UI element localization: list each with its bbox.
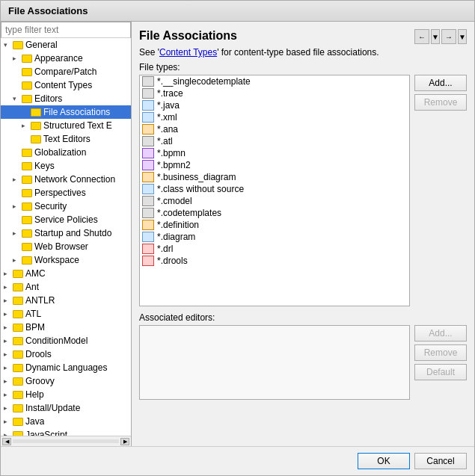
tree-item-security[interactable]: ▸Security (1, 200, 131, 213)
tree-item-general[interactable]: ▾General (1, 38, 131, 52)
tree-item-content-types[interactable]: Content Types (1, 78, 131, 92)
file-side-buttons: Add... Remove (414, 75, 467, 306)
add-editor-button[interactable]: Add... (414, 325, 467, 341)
file-list-item[interactable]: *.trace (140, 87, 409, 99)
file-item-icon (142, 220, 154, 230)
tree-label-javascript: JavaScript (25, 430, 67, 436)
horizontal-scrollbar[interactable]: ◀ ▶ (1, 436, 131, 446)
tree-item-appearance[interactable]: ▸Appearance (1, 52, 131, 65)
file-list-item[interactable]: *.java (140, 99, 409, 111)
file-list-item[interactable]: *.business_diagram (140, 171, 409, 183)
scroll-left-btn[interactable]: ◀ (2, 438, 11, 445)
tree-label-atl: ATL (25, 309, 41, 319)
file-types-list[interactable]: *.__singlecodetemplate*.trace*.java*.xml… (139, 75, 410, 306)
file-item-icon (142, 244, 154, 254)
tree-label-amc: AMC (25, 268, 46, 279)
tree-item-globalization[interactable]: Globalization (1, 146, 131, 159)
tree-item-ant[interactable]: ▸Ant (1, 280, 131, 294)
file-list-item[interactable]: *.drools (140, 255, 409, 267)
expand-arrow-install-update: ▸ (4, 404, 13, 412)
back-button[interactable]: ← (414, 29, 429, 44)
file-list-item[interactable]: *.bpmn (140, 147, 409, 159)
tree-item-editors[interactable]: ▾Editors (1, 92, 131, 105)
file-list-item[interactable]: *.ana (140, 123, 409, 135)
file-item-label: *.atl (157, 136, 173, 146)
ok-button[interactable]: OK (358, 453, 410, 469)
scroll-track (13, 439, 119, 443)
tree-item-antlr[interactable]: ▸ANTLR (1, 294, 131, 307)
tree-label-web-browser: Web Browser (34, 241, 88, 252)
tree-item-keys[interactable]: Keys (1, 159, 131, 173)
assoc-editors-label: Associated editors: (139, 312, 467, 323)
add-file-button[interactable]: Add... (414, 75, 467, 91)
file-list-item[interactable]: *.diagram (140, 231, 409, 243)
expand-arrow-amc: ▸ (4, 270, 13, 277)
preferences-dialog: File Associations ▾General▸AppearanceCom… (0, 0, 475, 476)
tree-item-startup-shutdown[interactable]: ▸Startup and Shutdo (1, 226, 131, 240)
tree-item-condition-model[interactable]: ▸ConditionModel (1, 334, 131, 347)
file-item-label: *.java (157, 100, 180, 111)
file-list-item[interactable]: *.atl (140, 135, 409, 147)
tree-item-structured-text[interactable]: ▸Structured Text E (1, 119, 131, 132)
expand-arrow-antlr: ▸ (4, 297, 13, 304)
default-button[interactable]: Default (414, 364, 467, 380)
tree-item-java[interactable]: ▸Java (1, 415, 131, 428)
file-item-label: *.bpmn (157, 148, 186, 158)
file-types-label: File types: (139, 62, 467, 72)
dialog-title: File Associations (1, 1, 474, 22)
tree-item-workspace[interactable]: ▸Workspace (1, 253, 131, 267)
tree-item-groovy[interactable]: ▸Groovy (1, 374, 131, 388)
forward-dropdown-button[interactable]: ▼ (458, 29, 467, 44)
file-list-item[interactable]: *.codetemplates (140, 207, 409, 219)
remove-file-button[interactable]: Remove (414, 94, 467, 111)
filter-input[interactable] (1, 22, 131, 38)
tree-icon-amc (13, 270, 23, 278)
left-panel: ▾General▸AppearanceCompare/PatchContent … (1, 22, 132, 446)
tree-item-file-associations[interactable]: File Associations (1, 105, 131, 119)
tree-item-web-browser[interactable]: Web Browser (1, 240, 131, 253)
nav-buttons: ← ▼ → ▼ (414, 29, 467, 44)
tree-item-help[interactable]: ▸Help (1, 388, 131, 401)
tree-icon-globalization (22, 149, 32, 157)
file-item-icon (142, 256, 154, 266)
file-list-item[interactable]: *.cmodel (140, 195, 409, 207)
editors-list[interactable] (139, 325, 410, 400)
remove-editor-button[interactable]: Remove (414, 344, 467, 361)
tree-item-atl[interactable]: ▸ATL (1, 307, 131, 321)
cancel-button[interactable]: Cancel (414, 453, 467, 469)
assoc-editors-section: Associated editors: Add... Remove Defaul… (139, 312, 467, 400)
tree-item-service-policies[interactable]: Service Policies (1, 213, 131, 226)
tree-item-install-update[interactable]: ▸Install/Update (1, 401, 131, 415)
file-item-label: *.cmodel (157, 196, 192, 206)
file-item-icon (142, 196, 154, 206)
tree-item-text-editors[interactable]: Text Editors (1, 132, 131, 146)
tree-item-network-connections[interactable]: ▸Network Connection (1, 173, 131, 186)
tree-icon-keys (22, 162, 32, 170)
content-types-link[interactable]: Content Types (159, 47, 217, 58)
file-list-item[interactable]: *.__singlecodetemplate (140, 75, 409, 87)
file-types-wrapper: *.__singlecodetemplate*.trace*.java*.xml… (139, 75, 410, 306)
file-list-item[interactable]: *.drl (140, 243, 409, 255)
tree-icon-editors (22, 95, 32, 103)
tree-icon-atl (13, 310, 23, 318)
tree-label-keys: Keys (34, 161, 55, 171)
tree-item-bpm[interactable]: ▸BPM (1, 321, 131, 334)
tree-icon-drools (13, 350, 23, 359)
file-list-item[interactable]: *.bpmn2 (140, 159, 409, 171)
file-item-icon (142, 112, 154, 123)
forward-button[interactable]: → (441, 29, 456, 44)
file-list-item[interactable]: *.class without source (140, 183, 409, 195)
tree-item-dynamic-languages[interactable]: ▸Dynamic Languages (1, 361, 131, 374)
tree-item-perspectives[interactable]: Perspectives (1, 186, 131, 200)
file-list-item[interactable]: *.definition (140, 219, 409, 231)
tree-item-compare-patch[interactable]: Compare/Patch (1, 65, 131, 78)
tree-item-drools[interactable]: ▸Drools (1, 347, 131, 361)
tree-item-javascript[interactable]: ▸JavaScript (1, 428, 131, 436)
tree-item-amc[interactable]: ▸AMC (1, 267, 131, 280)
tree-label-groovy: Groovy (25, 376, 55, 386)
file-list-item[interactable]: *.xml (140, 111, 409, 123)
file-types-section: *.__singlecodetemplate*.trace*.java*.xml… (139, 75, 467, 306)
tree-label-condition-model: ConditionModel (25, 336, 88, 346)
scroll-right-btn[interactable]: ▶ (120, 438, 129, 445)
back-dropdown-button[interactable]: ▼ (431, 29, 440, 44)
